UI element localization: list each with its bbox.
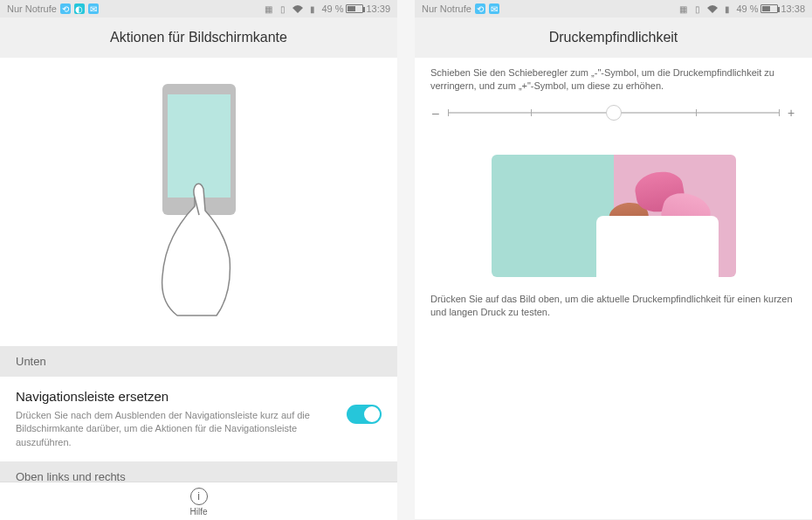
clock: 13:39 — [366, 3, 390, 14]
phone-left: Nur Notrufe ⟲ ◐ ✉ ▦ ▯ ▮ 49 % 13:39 Aktio… — [0, 0, 397, 520]
carrier-label: Nur Notrufe — [7, 3, 57, 14]
phone-touch-illustration — [112, 84, 286, 329]
carrier-label: Nur Notrufe — [422, 3, 471, 14]
page-title: Aktionen für Bildschirmkante — [0, 17, 397, 58]
nfc-icon: ▦ — [677, 3, 689, 15]
clock: 13:38 — [781, 3, 805, 14]
app-icon-3: ✉ — [489, 3, 499, 14]
info-icon[interactable]: i — [190, 488, 208, 505]
app-icon-1: ⟲ — [60, 3, 71, 14]
slider-instruction: Schieben Sie den Schieberegler zum „-"-S… — [415, 58, 812, 101]
battery-icon — [346, 4, 363, 13]
status-bar: Nur Notrufe ⟲ ✉ ▦ ▯ ▮ 49 % 13:38 — [415, 0, 812, 17]
help-label[interactable]: Hilfe — [0, 507, 397, 517]
test-image-area — [415, 137, 812, 286]
svg-rect-1 — [168, 94, 231, 198]
battery-icon — [760, 4, 778, 13]
section-bottom: Unten — [0, 346, 397, 377]
status-bar: Nur Notrufe ⟲ ◐ ✉ ▦ ▯ ▮ 49 % 13:39 — [0, 0, 397, 17]
wifi-icon — [706, 3, 719, 15]
slider-thumb[interactable] — [606, 105, 622, 121]
macaron-test-image[interactable] — [492, 155, 736, 277]
app-icon-3: ✉ — [88, 3, 99, 14]
setting-nav-replace[interactable]: Navigationsleiste ersetzen Drücken Sie n… — [0, 377, 397, 461]
empty-area — [415, 327, 812, 519]
page-title: Druckempfindlichkeit — [415, 17, 812, 58]
toggle-switch[interactable] — [347, 405, 382, 424]
sensitivity-slider[interactable]: – + — [415, 101, 812, 137]
nfc-icon: ▦ — [262, 3, 274, 15]
setting-desc: Drücken Sie nach dem Ausblenden der Navi… — [16, 409, 336, 449]
app-icon-2: ◐ — [74, 3, 85, 14]
battery-percent: 49 % — [736, 3, 758, 14]
slider-track[interactable] — [448, 112, 779, 114]
vibrate-icon: ▯ — [692, 3, 704, 15]
signal-icon: ▮ — [721, 3, 733, 15]
vibrate-icon: ▯ — [277, 3, 289, 15]
test-caption: Drücken Sie auf das Bild oben, um die ak… — [415, 286, 812, 327]
phone-right: Nur Notrufe ⟲ ✉ ▦ ▯ ▮ 49 % 13:38 Druckem… — [415, 0, 812, 520]
app-icon-1: ⟲ — [475, 3, 485, 14]
minus-icon: – — [430, 106, 441, 120]
battery-percent: 49 % — [321, 3, 343, 14]
illustration — [0, 58, 397, 346]
wifi-icon — [292, 3, 304, 15]
setting-title: Navigationsleiste ersetzen — [16, 389, 336, 404]
plus-icon: + — [786, 106, 796, 120]
bottom-bar: i Hilfe — [0, 482, 397, 520]
signal-icon: ▮ — [306, 3, 319, 15]
